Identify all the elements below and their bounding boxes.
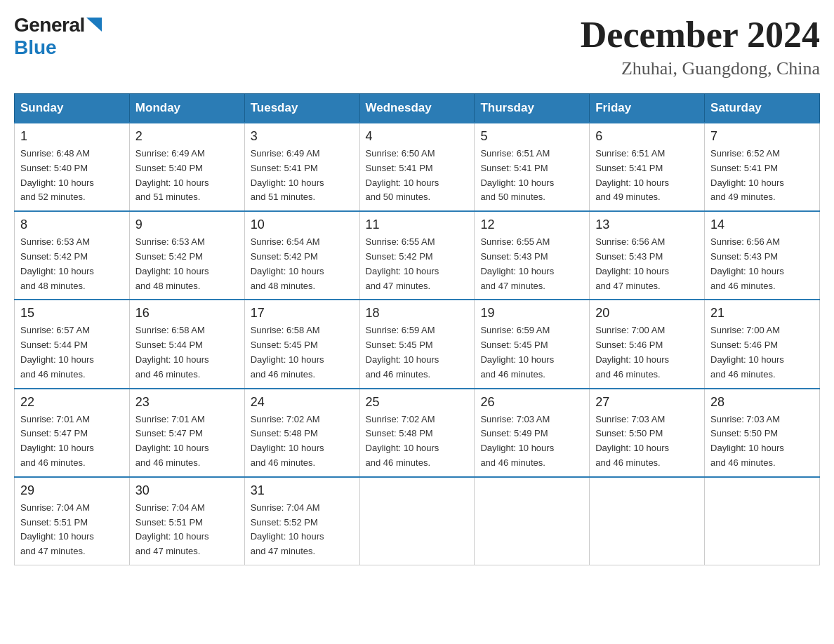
day-info: Sunrise: 7:02 AMSunset: 5:48 PMDaylight:… [366, 412, 469, 471]
logo-general-text: General [14, 14, 85, 36]
day-number: 26 [480, 395, 583, 410]
day-cell-7: 7Sunrise: 6:52 AMSunset: 5:41 PMDaylight… [705, 123, 820, 211]
logo: General Blue [14, 14, 102, 59]
day-info: Sunrise: 7:01 AMSunset: 5:47 PMDaylight:… [20, 412, 124, 471]
day-cell-10: 10Sunrise: 6:54 AMSunset: 5:42 PMDayligh… [244, 211, 359, 300]
day-number: 21 [710, 306, 814, 321]
day-number: 30 [135, 483, 239, 498]
svg-marker-0 [86, 18, 102, 32]
day-cell-22: 22Sunrise: 7:01 AMSunset: 5:47 PMDayligh… [15, 389, 130, 477]
day-cell-1: 1Sunrise: 6:48 AMSunset: 5:40 PMDaylight… [15, 123, 130, 211]
calendar-title: December 2024 [581, 14, 820, 55]
day-info: Sunrise: 6:51 AMSunset: 5:41 PMDaylight:… [595, 147, 699, 205]
day-info: Sunrise: 6:53 AMSunset: 5:42 PMDaylight:… [20, 235, 124, 293]
day-number: 22 [20, 395, 124, 410]
day-number: 5 [480, 129, 583, 144]
day-info: Sunrise: 7:00 AMSunset: 5:46 PMDaylight:… [710, 323, 814, 382]
day-info: Sunrise: 6:48 AMSunset: 5:40 PMDaylight:… [20, 147, 124, 205]
day-number: 25 [366, 395, 469, 410]
day-info: Sunrise: 7:04 AMSunset: 5:51 PMDaylight:… [135, 501, 239, 559]
day-info: Sunrise: 6:54 AMSunset: 5:42 PMDaylight:… [251, 235, 354, 293]
day-header-wednesday: Wednesday [359, 94, 475, 123]
day-number: 31 [251, 483, 354, 498]
day-cell-19: 19Sunrise: 6:59 AMSunset: 5:45 PMDayligh… [475, 300, 590, 388]
day-number: 17 [251, 306, 354, 321]
day-header-thursday: Thursday [475, 94, 590, 123]
day-cell-26: 26Sunrise: 7:03 AMSunset: 5:49 PMDayligh… [475, 389, 590, 477]
day-cell-2: 2Sunrise: 6:49 AMSunset: 5:40 PMDaylight… [129, 123, 244, 211]
day-number: 18 [366, 306, 469, 321]
week-row-2: 8Sunrise: 6:53 AMSunset: 5:42 PMDaylight… [15, 211, 820, 300]
day-number: 2 [135, 129, 239, 144]
day-number: 10 [251, 217, 354, 232]
day-info: Sunrise: 6:59 AMSunset: 5:45 PMDaylight:… [366, 323, 469, 382]
day-cell-4: 4Sunrise: 6:50 AMSunset: 5:41 PMDaylight… [359, 123, 475, 211]
day-number: 9 [135, 217, 239, 232]
day-cell-11: 11Sunrise: 6:55 AMSunset: 5:42 PMDayligh… [359, 211, 475, 300]
page-header: General Blue December 2024 Zhuhai, Guang… [14, 14, 820, 79]
day-number: 8 [20, 217, 124, 232]
day-cell-24: 24Sunrise: 7:02 AMSunset: 5:48 PMDayligh… [244, 389, 359, 477]
day-cell-5: 5Sunrise: 6:51 AMSunset: 5:41 PMDaylight… [475, 123, 590, 211]
day-cell-29: 29Sunrise: 7:04 AMSunset: 5:51 PMDayligh… [15, 477, 130, 565]
day-header-friday: Friday [590, 94, 705, 123]
day-cell-30: 30Sunrise: 7:04 AMSunset: 5:51 PMDayligh… [129, 477, 244, 565]
day-number: 23 [135, 395, 239, 410]
day-info: Sunrise: 6:49 AMSunset: 5:40 PMDaylight:… [135, 147, 239, 205]
day-info: Sunrise: 7:04 AMSunset: 5:52 PMDaylight:… [251, 501, 354, 559]
day-cell-9: 9Sunrise: 6:53 AMSunset: 5:42 PMDaylight… [129, 211, 244, 300]
day-number: 15 [20, 306, 124, 321]
day-cell-17: 17Sunrise: 6:58 AMSunset: 5:45 PMDayligh… [244, 300, 359, 388]
empty-cell [359, 477, 475, 565]
day-header-sunday: Sunday [15, 94, 130, 123]
day-info: Sunrise: 6:59 AMSunset: 5:45 PMDaylight:… [480, 323, 583, 382]
day-cell-27: 27Sunrise: 7:03 AMSunset: 5:50 PMDayligh… [590, 389, 705, 477]
day-number: 29 [20, 483, 124, 498]
week-row-4: 22Sunrise: 7:01 AMSunset: 5:47 PMDayligh… [15, 389, 820, 477]
day-info: Sunrise: 7:03 AMSunset: 5:50 PMDaylight:… [595, 412, 699, 471]
day-header-monday: Monday [129, 94, 244, 123]
day-number: 19 [480, 306, 583, 321]
day-cell-14: 14Sunrise: 6:56 AMSunset: 5:43 PMDayligh… [705, 211, 820, 300]
day-cell-8: 8Sunrise: 6:53 AMSunset: 5:42 PMDaylight… [15, 211, 130, 300]
day-info: Sunrise: 6:55 AMSunset: 5:42 PMDaylight:… [366, 235, 469, 293]
day-cell-31: 31Sunrise: 7:04 AMSunset: 5:52 PMDayligh… [244, 477, 359, 565]
empty-cell [475, 477, 590, 565]
day-number: 11 [366, 217, 469, 232]
calendar-subtitle: Zhuhai, Guangdong, China [581, 58, 820, 79]
calendar-table: SundayMondayTuesdayWednesdayThursdayFrid… [14, 93, 820, 565]
logo-blue-text: Blue [14, 36, 57, 59]
week-row-1: 1Sunrise: 6:48 AMSunset: 5:40 PMDaylight… [15, 123, 820, 211]
day-info: Sunrise: 7:01 AMSunset: 5:47 PMDaylight:… [135, 412, 239, 471]
day-cell-16: 16Sunrise: 6:58 AMSunset: 5:44 PMDayligh… [129, 300, 244, 388]
day-number: 24 [251, 395, 354, 410]
day-info: Sunrise: 6:56 AMSunset: 5:43 PMDaylight:… [710, 235, 814, 293]
day-cell-6: 6Sunrise: 6:51 AMSunset: 5:41 PMDaylight… [590, 123, 705, 211]
day-cell-12: 12Sunrise: 6:55 AMSunset: 5:43 PMDayligh… [475, 211, 590, 300]
days-header-row: SundayMondayTuesdayWednesdayThursdayFrid… [15, 94, 820, 123]
day-info: Sunrise: 6:52 AMSunset: 5:41 PMDaylight:… [710, 147, 814, 205]
week-row-3: 15Sunrise: 6:57 AMSunset: 5:44 PMDayligh… [15, 300, 820, 388]
empty-cell [590, 477, 705, 565]
day-cell-28: 28Sunrise: 7:03 AMSunset: 5:50 PMDayligh… [705, 389, 820, 477]
day-number: 28 [710, 395, 814, 410]
week-row-5: 29Sunrise: 7:04 AMSunset: 5:51 PMDayligh… [15, 477, 820, 565]
day-info: Sunrise: 6:49 AMSunset: 5:41 PMDaylight:… [251, 147, 354, 205]
day-cell-18: 18Sunrise: 6:59 AMSunset: 5:45 PMDayligh… [359, 300, 475, 388]
day-info: Sunrise: 6:51 AMSunset: 5:41 PMDaylight:… [480, 147, 583, 205]
day-number: 27 [595, 395, 699, 410]
day-info: Sunrise: 6:58 AMSunset: 5:45 PMDaylight:… [251, 323, 354, 382]
day-header-saturday: Saturday [705, 94, 820, 123]
day-info: Sunrise: 7:03 AMSunset: 5:49 PMDaylight:… [480, 412, 583, 471]
day-cell-15: 15Sunrise: 6:57 AMSunset: 5:44 PMDayligh… [15, 300, 130, 388]
day-info: Sunrise: 6:57 AMSunset: 5:44 PMDaylight:… [20, 323, 124, 382]
day-info: Sunrise: 7:00 AMSunset: 5:46 PMDaylight:… [595, 323, 699, 382]
day-number: 4 [366, 129, 469, 144]
day-info: Sunrise: 6:58 AMSunset: 5:44 PMDaylight:… [135, 323, 239, 382]
day-number: 12 [480, 217, 583, 232]
day-cell-13: 13Sunrise: 6:56 AMSunset: 5:43 PMDayligh… [590, 211, 705, 300]
title-area: December 2024 Zhuhai, Guangdong, China [581, 14, 820, 79]
day-info: Sunrise: 7:02 AMSunset: 5:48 PMDaylight:… [251, 412, 354, 471]
day-cell-3: 3Sunrise: 6:49 AMSunset: 5:41 PMDaylight… [244, 123, 359, 211]
empty-cell [705, 477, 820, 565]
